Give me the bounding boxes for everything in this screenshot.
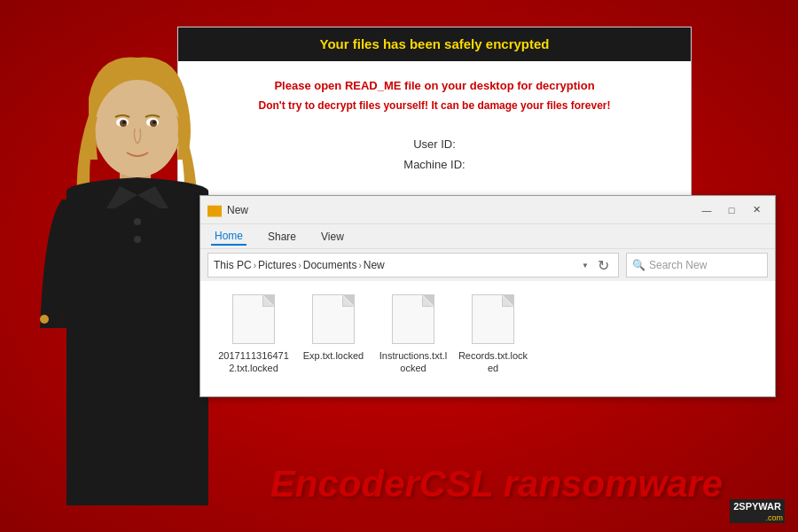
file-name-3: Instructions.txt.locked bbox=[378, 349, 449, 375]
maximize-button[interactable]: □ bbox=[720, 199, 743, 222]
file-icon-3 bbox=[392, 294, 434, 344]
search-bar[interactable]: 🔍 Search New bbox=[626, 253, 768, 278]
addressbar-row: This PC › Pictures › Documents › New ▼ ↻… bbox=[200, 249, 775, 281]
tab-home[interactable]: Home bbox=[211, 228, 246, 246]
minimize-button[interactable]: — bbox=[695, 199, 718, 222]
file-content-area: 20171113164712.txt.locked Exp.txt.locked… bbox=[200, 281, 775, 396]
logo-sub: .com bbox=[730, 513, 785, 523]
svg-point-13 bbox=[40, 315, 49, 324]
folder-icon bbox=[207, 203, 222, 217]
tab-share[interactable]: Share bbox=[264, 229, 300, 245]
path-documents: Documents bbox=[303, 259, 357, 271]
search-placeholder-text: Search New bbox=[649, 259, 762, 271]
svg-point-11 bbox=[134, 218, 141, 225]
file-item[interactable]: 20171113164712.txt.locked bbox=[218, 294, 289, 375]
file-icon-1 bbox=[232, 294, 275, 344]
user-id-label: User ID: bbox=[413, 137, 456, 151]
machine-id-label: Machine ID: bbox=[403, 158, 465, 171]
address-path: This PC › Pictures › Documents › New bbox=[214, 259, 577, 271]
svg-point-9 bbox=[153, 121, 156, 124]
ransom-header-text: Your files has been safely encrypted bbox=[320, 36, 550, 51]
path-thispc: This PC bbox=[214, 259, 252, 271]
ribbon: Home Share View bbox=[200, 224, 775, 249]
svg-point-12 bbox=[134, 236, 141, 243]
encoder-title: EncoderCSL ransomware bbox=[270, 463, 723, 505]
svg-point-3 bbox=[97, 82, 178, 175]
file-name-4: Records.txt.locked bbox=[458, 349, 528, 375]
logo-text: 2SPYWAR bbox=[730, 499, 785, 513]
tab-view[interactable]: View bbox=[317, 229, 348, 245]
file-item[interactable]: Records.txt.locked bbox=[458, 294, 528, 375]
window-controls: — □ ✕ bbox=[695, 199, 768, 222]
file-name-1: 20171113164712.txt.locked bbox=[218, 349, 289, 375]
file-item[interactable]: Instructions.txt.locked bbox=[378, 294, 449, 375]
close-button[interactable]: ✕ bbox=[745, 199, 768, 222]
bottom-label-area: EncoderCSL ransomware bbox=[195, 463, 798, 505]
titlebar: New — □ ✕ bbox=[200, 196, 775, 224]
svg-point-8 bbox=[122, 121, 126, 124]
file-icon-2 bbox=[312, 294, 355, 344]
address-dropdown-icon[interactable]: ▼ bbox=[577, 255, 593, 275]
search-icon: 🔍 bbox=[632, 259, 645, 271]
explorer-window: New — □ ✕ Home Share View This PC › Pict… bbox=[200, 195, 776, 397]
file-icon-4 bbox=[472, 294, 514, 344]
window-title: New bbox=[227, 204, 695, 216]
path-pictures: Pictures bbox=[258, 259, 296, 271]
logo-watermark: 2SPYWAR .com bbox=[730, 499, 785, 523]
file-name-2: Exp.txt.locked bbox=[303, 349, 364, 362]
path-new: New bbox=[364, 259, 385, 271]
refresh-icon[interactable]: ↻ bbox=[593, 255, 613, 275]
file-item[interactable]: Exp.txt.locked bbox=[298, 294, 369, 362]
address-bar[interactable]: This PC › Pictures › Documents › New ▼ ↻ bbox=[207, 253, 619, 278]
